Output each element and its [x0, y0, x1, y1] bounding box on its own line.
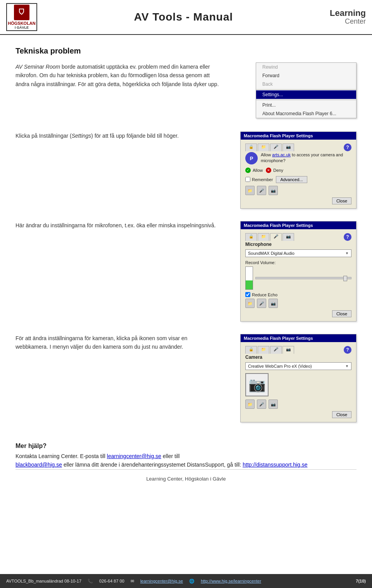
help-text2: eller till	[161, 453, 179, 459]
reduce-echo-label: Reduce Echo	[252, 292, 277, 297]
mic-icon-file: 📁	[245, 299, 255, 308]
mic-icon-mic: 🎤	[257, 299, 266, 308]
menu-item-back: Back	[256, 80, 356, 88]
remember-checkbox[interactable]	[245, 177, 250, 182]
settings-paragraph: Klicka på Inställningar (Settings) för a…	[16, 131, 221, 140]
privacy-tab-mic: 🎤	[270, 144, 282, 151]
camera-dialog-title: Macromedia Flash Player Settings	[241, 334, 356, 342]
privacy-dialog-tabs: 🔒 📁 🎤 📷 ?	[245, 144, 351, 151]
allow-option: ✓ Allow	[245, 168, 263, 173]
volume-slider-track[interactable]	[255, 277, 351, 279]
footer-website-link[interactable]: http://www.hig.se/learningcenter	[201, 579, 261, 583]
camera-preview-icon: 📷	[248, 377, 266, 393]
page-header: ⛉ HÖGSKOLAN I GÄVLE AV Tools - Manual Le…	[0, 0, 372, 35]
remember-advanced-row: Remember Advanced...	[245, 175, 351, 183]
mic-tab-privacy: 🔒	[245, 233, 257, 241]
lc-center-label: Center	[330, 18, 366, 26]
main-content: Tekniska problem AV Seminar Room borde a…	[0, 35, 372, 492]
microphone-dropdown-value: SoundMAX Digital Audio	[248, 251, 294, 256]
allow-label: Allow	[253, 168, 263, 173]
school-logo: ⛉ HÖGSKOLAN I GÄVLE	[6, 3, 37, 31]
privacy-close-row: Close	[245, 197, 351, 204]
intro-text: AV Seminar Room borde automatiskt upptäc…	[16, 64, 219, 87]
allow-icon: ✓	[245, 168, 251, 173]
cam-icon-cam: 📷	[269, 399, 278, 409]
intro-paragraph: AV Seminar Room borde automatiskt upptäc…	[16, 62, 221, 88]
camera-text-col: För att ändra inställningarna för kamera…	[16, 334, 221, 355]
camera-close-button[interactable]: Close	[332, 411, 351, 418]
mic-dialog-tabs: 🔒 📁 🎤 📷 ?	[245, 233, 351, 241]
cam-tab-local: 📁	[258, 346, 269, 354]
camera-row: För att ändra inställningarna för kamera…	[16, 334, 356, 427]
footer-bar: AVTOOLS_Bb_manualändrad 08-10-17 📞 026-6…	[0, 574, 372, 588]
microphone-dialog: Macromedia Flash Player Settings 🔒 📁 🎤 📷…	[240, 221, 356, 322]
lc-learning-label: Learning	[330, 9, 366, 18]
footer-page-num: 7(10)	[356, 579, 366, 583]
microphone-dropdown[interactable]: SoundMAX Digital Audio ▼	[245, 249, 351, 257]
privacy-controls: ✓ Allow ✕ Deny	[245, 168, 351, 173]
reduce-echo-row: Reduce Echo	[245, 292, 351, 297]
cam-tab-mic: 🎤	[270, 346, 282, 354]
menu-item-forward: Forward	[256, 71, 356, 80]
camera-dropdown[interactable]: Creative WebCam Pro eX (Video) ▼	[245, 362, 351, 370]
privacy-dialog: Macromedia Flash Player Settings 🔒 📁 🎤 📷…	[240, 131, 356, 209]
cam-close-row: Close	[245, 411, 351, 418]
privacy-section: P Allow arts.ac.uk to access your camera…	[245, 152, 351, 164]
cam-bottom-icons: 📁 🎤 📷	[245, 399, 351, 409]
privacy-tab-local: 📁	[258, 144, 269, 151]
mic-tab-local: 📁	[258, 233, 269, 241]
footer-center: Learning Center, Högskolan i Gävle	[16, 469, 356, 484]
privacy-dialog-body: 🔒 📁 🎤 📷 ? P Allow arts.ac.uk to access y…	[241, 140, 356, 208]
privacy-link: arts.ac.uk	[272, 152, 291, 157]
camera-dropdown-value: Creative WebCam Pro eX (Video)	[248, 364, 312, 368]
privacy-dialog-title: Macromedia Flash Player Settings	[241, 132, 356, 140]
deny-option: ✕ Deny	[266, 168, 283, 173]
footer-phone: 026-64 87 00	[99, 579, 124, 583]
camera-paragraph: För att ändra inställningarna för kamera…	[16, 334, 221, 351]
footer-email-link[interactable]: learningcenter@hig.se	[140, 579, 183, 583]
privacy-dialog-col: Macromedia Flash Player Settings 🔒 📁 🎤 📷…	[232, 131, 356, 213]
microphone-dialog-col: Macromedia Flash Player Settings 🔒 📁 🎤 📷…	[232, 221, 356, 326]
mic-tab-cam: 📷	[282, 233, 294, 241]
microphone-paragraph: Här ändrar du inställningarna för mikrof…	[16, 221, 221, 230]
footer-filename: AVTOOLS_Bb_manualändrad 08-10-17	[6, 579, 81, 583]
menu-separator-2	[256, 100, 356, 100]
context-menu: Rewind Forward Back Settings... Print...…	[256, 62, 356, 118]
menu-item-about: About Macromedia Flash Player 6...	[256, 109, 356, 118]
help-section: Mer hjälp? Kontakta Learning Center. E-p…	[16, 443, 356, 469]
cam-icon-mic: 🎤	[257, 399, 266, 409]
camera-label: Camera	[245, 355, 351, 360]
camera-dialog: Macromedia Flash Player Settings 🔒 📁 🎤 📷…	[240, 334, 356, 422]
reduce-echo-checkbox[interactable]	[245, 292, 250, 297]
remember-checkbox-row: Remember	[245, 177, 273, 182]
cam-tab-cam: 📷	[282, 346, 294, 354]
mic-icon-cam: 📷	[269, 299, 278, 308]
cam-help-icon: ?	[344, 346, 351, 354]
mic-help-icon: ?	[344, 233, 351, 241]
logo-line1: HÖGSKOLAN	[8, 21, 36, 26]
volume-bar-fill	[246, 280, 253, 289]
privacy-close-button[interactable]: Close	[332, 197, 351, 204]
privacy-icon: P	[245, 152, 258, 164]
cam-icon-file: 📁	[245, 399, 255, 409]
deny-icon: ✕	[266, 168, 271, 173]
page-title: AV Tools - Manual	[37, 11, 330, 23]
privacy-tab-cam: 📷	[282, 144, 294, 151]
help-email2-link[interactable]: blackboard@hig.se	[16, 462, 62, 468]
menu-item-print: Print...	[256, 101, 356, 109]
microphone-dialog-title: Macromedia Flash Player Settings	[241, 221, 356, 229]
privacy-help-icon: ?	[344, 144, 351, 151]
camera-dialog-col: Macromedia Flash Player Settings 🔒 📁 🎤 📷…	[232, 334, 356, 427]
microphone-close-button[interactable]: Close	[332, 310, 351, 317]
advanced-button[interactable]: Advanced...	[276, 176, 307, 183]
help-text3: eller lämna ditt ärende i ärendehanterin…	[62, 462, 243, 468]
help-url-link[interactable]: http://distanssupport.hig.se	[243, 462, 307, 468]
privacy-tab-privacy: 🔒	[245, 144, 257, 151]
camera-preview-box: 📷	[245, 373, 269, 396]
help-email1-link[interactable]: learningcenter@hig.se	[107, 453, 161, 459]
volume-slider-thumb	[343, 276, 347, 281]
privacy-bottom-icons: 📁 🎤 📷	[245, 186, 351, 195]
section-title: Tekniska problem	[16, 47, 356, 55]
record-volume-label: Record Volume:	[245, 260, 351, 265]
menu-separator	[256, 89, 356, 90]
